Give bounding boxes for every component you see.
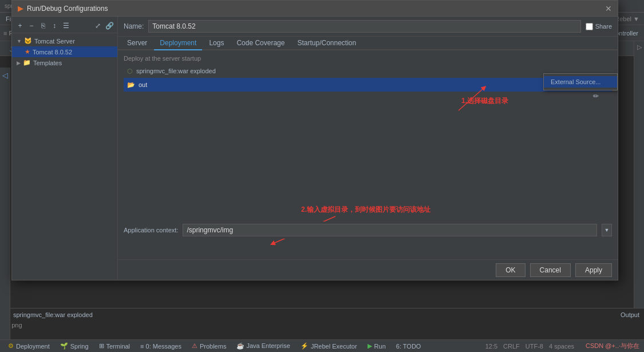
deploy-item-war[interactable]: ⬡ springmvc_file:war exploded xyxy=(124,64,612,78)
dialog-titlebar: ▶ Run/Debug Configurations ✕ xyxy=(12,1,618,17)
bottom-deploy-item: springmvc_file:war exploded xyxy=(13,311,93,318)
indent-size: 4 spaces xyxy=(549,343,574,350)
status-right: 12:5 CRLF UTF-8 4 spaces CSDN @+..·与你在 xyxy=(481,342,644,350)
external-source-popup: External Source... xyxy=(543,73,618,90)
app-context-row: Application context: ▼ xyxy=(118,222,618,239)
terminal-icon: ⊞ xyxy=(99,342,104,350)
config-right-panel: Name: Share Server Deployment Logs Code … xyxy=(118,17,618,280)
tomcat-icon: 🐱 xyxy=(24,37,32,45)
run-debug-dialog: ▶ Run/Debug Configurations ✕ + − ⎘ ↕ ☰ ⤢… xyxy=(11,0,618,280)
tree-tomcat-label: Tomcat 8.0.52 xyxy=(33,49,72,56)
dialog-title-text: Run/Debug Configurations xyxy=(27,5,108,13)
ok-button[interactable]: OK xyxy=(496,263,525,277)
status-tab-run[interactable]: ▶ Run xyxy=(363,340,390,353)
tomcat-icon: ★ xyxy=(25,48,30,56)
spring-icon: 🌱 xyxy=(60,342,68,350)
cancel-button[interactable]: Cancel xyxy=(530,263,571,277)
status-tab-deployment[interactable]: ⚙ Deployment xyxy=(3,340,54,353)
config-tree-panel: + − ⎘ ↕ ☰ ⤢ 🔗 ▼ 🐱 Tomcat Server ★ Tomcat… xyxy=(12,17,118,280)
link-btn[interactable]: 🔗 xyxy=(105,21,114,30)
status-tab-jrebel[interactable]: ⚡ JRebel Executor xyxy=(296,340,362,353)
status-tab-terminal[interactable]: ⊞ Terminal xyxy=(94,340,135,353)
jrebel-icon: ⚡ xyxy=(301,342,309,350)
folder-icon: 📁 xyxy=(23,59,31,66)
status-tab-problems[interactable]: ⚠ Problems xyxy=(187,340,231,353)
run-icon: ▶ xyxy=(368,342,372,350)
status-bar: ⚙ Deployment 🌱 Spring ⊞ Terminal ≡ 0: Me… xyxy=(0,339,644,352)
share-checkbox[interactable] xyxy=(586,23,593,30)
left-sidebar: ◁ xyxy=(0,68,10,339)
app-context-label: Application context: xyxy=(124,227,178,234)
status-tab-spring[interactable]: 🌱 Spring xyxy=(56,340,93,353)
cursor-position: 12:5 xyxy=(485,343,497,350)
app-context-dropdown[interactable]: ▼ xyxy=(602,224,612,236)
name-row: Name: Share xyxy=(118,17,618,37)
deploy-header: Deploy at the server startup xyxy=(118,50,618,64)
right-sidebar-icon[interactable]: ▷ xyxy=(637,43,642,51)
filter-config-btn[interactable]: ☰ xyxy=(61,21,70,30)
line-ending: CRLF xyxy=(503,343,520,350)
status-tab-messages[interactable]: ≡ 0: Messages xyxy=(136,340,186,353)
right-sidebar: ▷ ⚙ xyxy=(634,41,644,339)
tree-tomcat-server-label: Tomcat Server xyxy=(34,38,75,45)
external-source-item[interactable]: External Source... xyxy=(544,76,617,88)
dialog-title: ▶ Run/Debug Configurations xyxy=(18,4,108,13)
deploy-icon: ⚙ xyxy=(8,342,14,350)
warning-icon: ⚠ xyxy=(192,342,197,350)
csdn-branding: CSDN @+..·与你在 xyxy=(586,342,639,350)
share-label: Share xyxy=(595,23,612,30)
bottom-panel-content: ✓ springmvc_file:war exploded Output xyxy=(0,309,644,321)
annotation-1-text: 1.选择磁盘目录 xyxy=(461,96,508,106)
left-sidebar-icon-1[interactable]: ◁ xyxy=(2,71,8,80)
status-tabs: ⚙ Deployment 🌱 Spring ⊞ Terminal ≡ 0: Me… xyxy=(0,340,481,353)
config-tabs: Server Deployment Logs Code Coverage Sta… xyxy=(118,37,618,50)
encoding: UTF-8 xyxy=(526,343,543,350)
dialog-run-icon: ▶ xyxy=(18,4,23,13)
tree-templates-label: Templates xyxy=(33,60,62,66)
tree-templates[interactable]: ▶ 📁 Templates xyxy=(12,57,117,68)
name-input[interactable] xyxy=(148,20,580,33)
annotation-2-text: 2.输入虚拟目录，到时候图片要访问该地址 xyxy=(301,205,430,215)
sidebar-toolbar: + − ⎘ ↕ ☰ ⤢ 🔗 xyxy=(12,19,117,33)
status-tab-todo[interactable]: 6: TODO xyxy=(392,340,426,353)
deploy-item-war-label: springmvc_file:war exploded xyxy=(136,68,216,74)
dialog-body: + − ⎘ ↕ ☰ ⤢ 🔗 ▼ 🐱 Tomcat Server ★ Tomcat… xyxy=(12,17,618,280)
apply-button[interactable]: Apply xyxy=(575,263,612,277)
war-icon: ⬡ xyxy=(127,68,133,75)
bottom-panel: ✓ springmvc_file:war exploded Output 1: … xyxy=(0,308,644,339)
edit-deploy-btn[interactable]: ✏ xyxy=(589,89,603,103)
output-label: Output xyxy=(621,311,639,318)
tree-tomcat-item[interactable]: ★ Tomcat 8.0.52 xyxy=(12,46,117,57)
tab-server[interactable]: Server xyxy=(121,37,153,50)
tab-code-coverage[interactable]: Code Coverage xyxy=(231,37,290,50)
copy-config-btn[interactable]: ⎘ xyxy=(38,21,48,30)
deploy-list: ⬡ springmvc_file:war exploded 📂 out xyxy=(124,64,612,92)
add-config-btn[interactable]: + xyxy=(15,21,25,30)
tab-logs[interactable]: Logs xyxy=(203,37,230,50)
tree-arrow-icon: ▼ xyxy=(17,38,22,44)
tree-arrow-icon: ▶ xyxy=(17,60,21,66)
deploy-item-out-label: out xyxy=(139,81,147,88)
dialog-footer: OK Cancel Apply xyxy=(118,259,618,280)
bottom-row2: 1: png xyxy=(0,321,644,330)
tab-deployment[interactable]: Deployment xyxy=(154,37,202,50)
dialog-close-button[interactable]: ✕ xyxy=(605,4,612,13)
tab-startup[interactable]: Startup/Connection xyxy=(291,37,362,50)
share-checkbox-row: Share xyxy=(586,23,612,30)
name-label: Name: xyxy=(124,22,144,30)
scrollbar-track[interactable] xyxy=(612,73,618,219)
deploy-item-out[interactable]: 📂 out xyxy=(124,78,612,92)
move-config-btn[interactable]: ↕ xyxy=(50,21,59,30)
expand-all-btn[interactable]: ⤢ xyxy=(93,21,102,30)
tree-tomcat-server-group[interactable]: ▼ 🐱 Tomcat Server xyxy=(12,35,117,46)
app-context-input[interactable] xyxy=(183,224,597,236)
deployment-content: Deploy at the server startup ⬡ springmvc… xyxy=(118,50,618,259)
dir-icon: 📂 xyxy=(127,81,135,89)
status-tab-java-enterprise[interactable]: ☕ Java Enterprise xyxy=(232,340,294,353)
remove-config-btn[interactable]: − xyxy=(27,21,36,30)
